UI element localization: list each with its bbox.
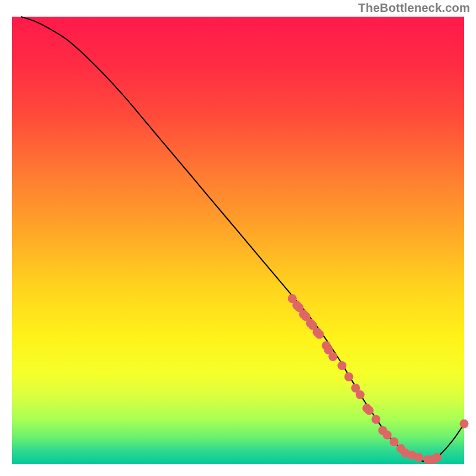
plot-background <box>12 17 464 464</box>
scatter-point <box>371 415 380 424</box>
scatter-point <box>415 453 424 462</box>
bottleneck-chart <box>0 0 476 476</box>
scatter-point <box>315 330 324 339</box>
scatter-point <box>390 437 399 446</box>
scatter-point <box>337 361 346 370</box>
scatter-point <box>345 372 353 381</box>
scatter-point <box>365 406 374 415</box>
scatter-point <box>328 352 337 361</box>
scatter-point <box>460 419 469 428</box>
scatter-point <box>383 431 392 440</box>
scatter-point <box>356 390 365 399</box>
scatter-point <box>433 453 441 462</box>
chart-container: TheBottleneck.com <box>0 0 476 476</box>
